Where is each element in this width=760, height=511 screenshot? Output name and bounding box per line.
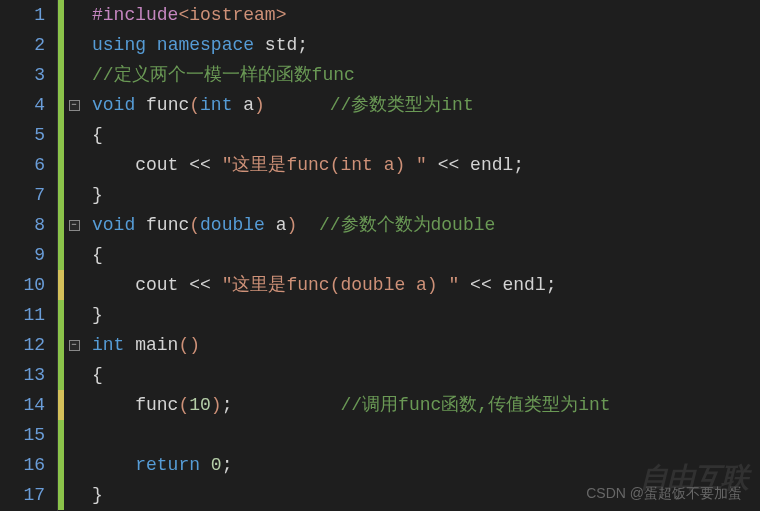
code-editor[interactable]: 1 2 3 4 5 6 7 8 9 10 11 12 13 14 15 16 1… — [0, 0, 760, 511]
line-number: 16 — [0, 450, 45, 480]
code-line: //定义两个一模一样的函数func — [92, 60, 760, 90]
code-line: { — [92, 120, 760, 150]
line-number: 2 — [0, 30, 45, 60]
code-line: #include<iostream> — [92, 0, 760, 30]
line-number: 17 — [0, 480, 45, 510]
line-number: 7 — [0, 180, 45, 210]
line-number: 5 — [0, 120, 45, 150]
line-number: 11 — [0, 300, 45, 330]
line-number: 14 — [0, 390, 45, 420]
code-line: { — [92, 240, 760, 270]
fold-toggle-icon[interactable]: − — [69, 100, 80, 111]
code-line — [92, 420, 760, 450]
line-number: 15 — [0, 420, 45, 450]
code-line: func(10); //调用func函数,传值类型为int — [92, 390, 760, 420]
code-line: } — [92, 180, 760, 210]
code-content[interactable]: #include<iostream> using namespace std; … — [84, 0, 760, 511]
line-number: 9 — [0, 240, 45, 270]
fold-toggle-icon[interactable]: − — [69, 340, 80, 351]
line-number: 13 — [0, 360, 45, 390]
code-line: cout << "这里是func(int a) " << endl; — [92, 150, 760, 180]
code-line: int main() — [92, 330, 760, 360]
watermark-text: CSDN @蛋超饭不要加蛋 — [586, 485, 742, 503]
code-line: using namespace std; — [92, 30, 760, 60]
fold-gutter: − − − — [64, 0, 84, 511]
line-number: 6 — [0, 150, 45, 180]
code-line: } — [92, 300, 760, 330]
line-number: 4 — [0, 90, 45, 120]
code-line: void func(double a) //参数个数为double — [92, 210, 760, 240]
line-number: 12 — [0, 330, 45, 360]
code-line: void func(int a) //参数类型为int — [92, 90, 760, 120]
code-line: cout << "这里是func(double a) " << endl; — [92, 270, 760, 300]
line-number: 1 — [0, 0, 45, 30]
line-number-gutter: 1 2 3 4 5 6 7 8 9 10 11 12 13 14 15 16 1… — [0, 0, 58, 511]
line-number: 3 — [0, 60, 45, 90]
line-number: 10 — [0, 270, 45, 300]
code-line: { — [92, 360, 760, 390]
line-number: 8 — [0, 210, 45, 240]
fold-toggle-icon[interactable]: − — [69, 220, 80, 231]
